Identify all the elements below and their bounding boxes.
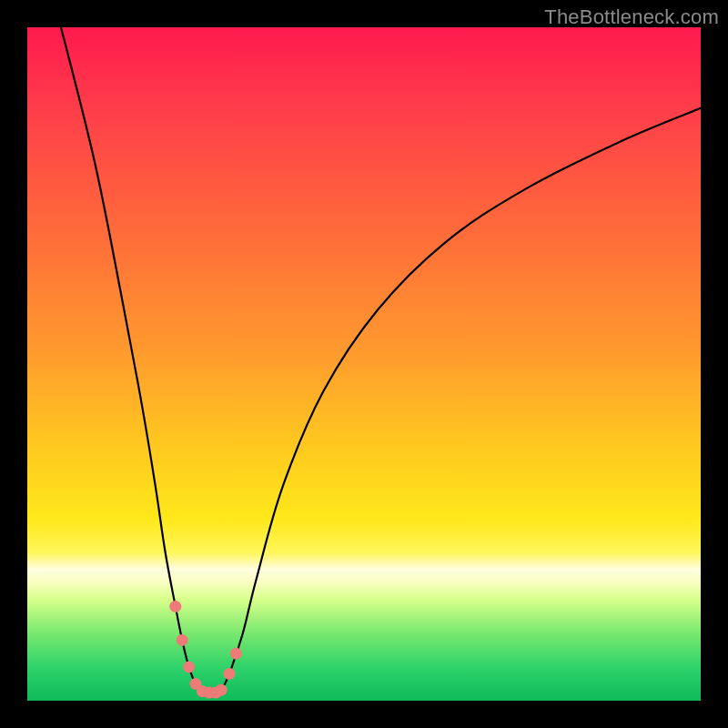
- chart-frame: TheBottleneck.com: [0, 0, 728, 728]
- curve-marker: [183, 662, 195, 673]
- curve-layer: [27, 27, 701, 701]
- curve-marker: [169, 601, 181, 612]
- bottleneck-curve: [61, 27, 701, 693]
- curve-marker: [230, 648, 242, 660]
- curve-marker: [224, 668, 236, 680]
- curve-marker: [177, 634, 188, 646]
- curve-marker: [216, 684, 228, 696]
- marker-group: [169, 601, 242, 699]
- watermark-text: TheBottleneck.com: [544, 5, 719, 29]
